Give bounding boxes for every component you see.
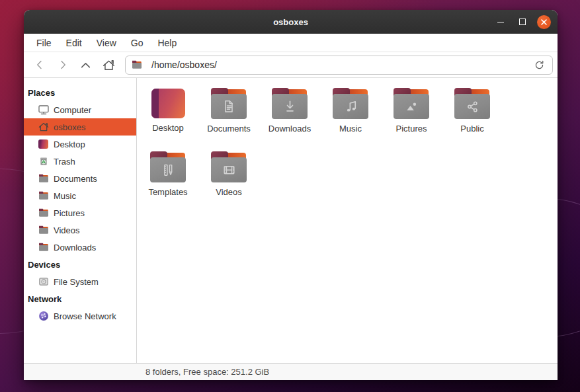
- sidebar-item-documents[interactable]: Documents: [24, 170, 136, 187]
- status-text: 8 folders, Free space: 251.2 GiB: [145, 367, 269, 377]
- maximize-icon: [519, 19, 526, 25]
- file-item-videos[interactable]: Videos: [198, 151, 259, 214]
- statusbar: 8 folders, Free space: 251.2 GiB: [24, 363, 558, 380]
- file-item-music[interactable]: Music: [320, 88, 381, 151]
- file-item-desktop[interactable]: Desktop: [138, 88, 198, 151]
- sidebar-item-downloads[interactable]: Downloads: [24, 239, 136, 256]
- folder-icon: [37, 241, 50, 254]
- desktop-icon: [37, 138, 50, 151]
- file-manager-window: osboxes FileEditViewGoHelp /home/osboxes…: [24, 10, 558, 380]
- sidebar-item-browse-network[interactable]: Browse Network: [24, 307, 136, 325]
- document-icon: [211, 88, 247, 119]
- window-title: osboxes: [24, 17, 558, 27]
- minimize-button[interactable]: [493, 15, 507, 29]
- up-button[interactable]: [74, 55, 97, 75]
- toolbar: /home/osboxes/: [24, 52, 558, 78]
- sidebar-header-places: Places: [24, 84, 136, 101]
- sidebar-item-videos[interactable]: Videos: [24, 221, 136, 239]
- folder-icon: [37, 190, 50, 202]
- file-item-pictures[interactable]: Pictures: [381, 88, 442, 151]
- drive-icon: [37, 276, 50, 288]
- home-icon: [37, 121, 50, 134]
- sidebar-item-computer[interactable]: Computer: [24, 101, 136, 118]
- menu-edit[interactable]: Edit: [59, 34, 89, 52]
- file-item-public[interactable]: Public: [442, 88, 503, 151]
- home-icon: [102, 58, 116, 72]
- window-controls: [493, 15, 558, 29]
- sidebar-item-osboxes[interactable]: osboxes: [24, 118, 136, 136]
- sidebar-header-devices: Devices: [24, 256, 136, 273]
- close-icon: [540, 19, 548, 26]
- menu-help[interactable]: Help: [150, 34, 184, 52]
- file-item-documents[interactable]: Documents: [198, 88, 259, 151]
- share-icon: [454, 88, 490, 119]
- refresh-icon: [534, 59, 545, 71]
- maximize-button[interactable]: [515, 15, 529, 29]
- file-item-templates[interactable]: Templates: [138, 151, 198, 214]
- folder-icon: [37, 207, 50, 219]
- chevron-up-icon: [79, 59, 92, 71]
- menu-view[interactable]: View: [89, 34, 124, 52]
- titlebar[interactable]: osboxes: [24, 10, 558, 34]
- back-button[interactable]: [28, 55, 51, 75]
- home-button[interactable]: [97, 55, 120, 75]
- music-note-icon: [333, 88, 368, 119]
- sidebar-item-desktop[interactable]: Desktop: [24, 136, 136, 153]
- folder-icon: [37, 173, 50, 185]
- menu-go[interactable]: Go: [124, 34, 151, 52]
- desktop-tile-icon: [151, 88, 185, 118]
- content-area: Places Computer osboxes Desktop Trash Do…: [24, 78, 558, 363]
- address-bar[interactable]: /home/osboxes/: [125, 56, 553, 75]
- sidebar: Places Computer osboxes Desktop Trash Do…: [24, 78, 137, 363]
- computer-icon: [37, 104, 50, 116]
- folder-icon: [37, 224, 50, 237]
- ruler-pencil-icon: [150, 151, 186, 182]
- image-icon: [394, 88, 429, 119]
- minimize-icon: [497, 22, 504, 22]
- sidebar-item-pictures[interactable]: Pictures: [24, 204, 136, 221]
- sidebar-item-music[interactable]: Music: [24, 187, 136, 204]
- chevron-right-icon: [57, 59, 69, 71]
- sidebar-item-file-system[interactable]: File System: [24, 273, 136, 290]
- close-button[interactable]: [537, 15, 551, 29]
- forward-button[interactable]: [51, 55, 74, 75]
- network-icon: [37, 310, 50, 323]
- address-path: /home/osboxes/: [151, 59, 530, 70]
- folder-icon: [130, 59, 143, 71]
- sidebar-header-network: Network: [24, 290, 136, 307]
- menu-file[interactable]: File: [29, 34, 59, 52]
- film-icon: [211, 151, 247, 182]
- file-item-downloads[interactable]: Downloads: [259, 88, 320, 151]
- menubar: FileEditViewGoHelp: [24, 34, 558, 52]
- file-view[interactable]: Desktop Documents Downloads Music Pictur…: [137, 78, 558, 363]
- chevron-left-icon: [34, 59, 46, 71]
- trash-icon: [37, 155, 50, 168]
- download-icon: [272, 88, 308, 119]
- sidebar-item-trash[interactable]: Trash: [24, 153, 136, 170]
- refresh-button[interactable]: [530, 56, 548, 73]
- file-grid: Desktop Documents Downloads Music Pictur…: [137, 78, 558, 215]
